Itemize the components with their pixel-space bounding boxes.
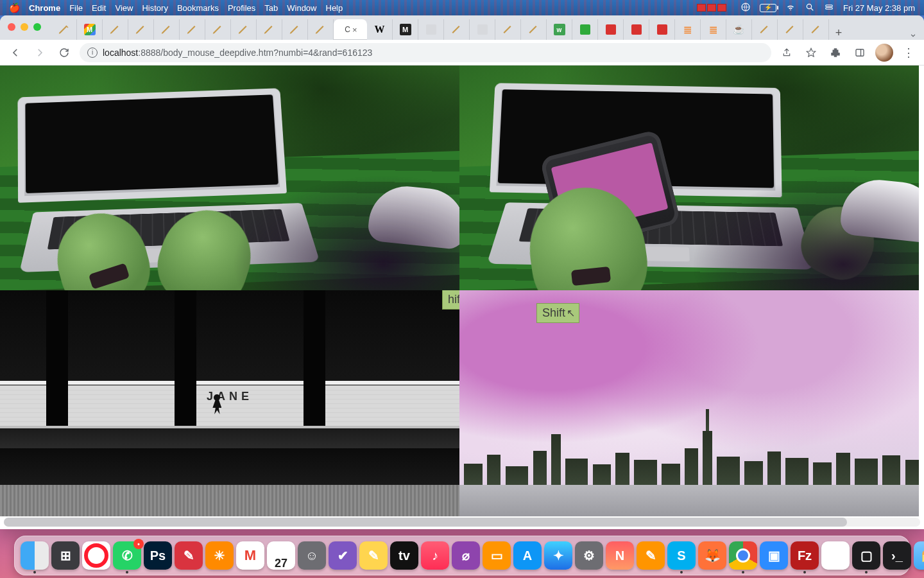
tab-7[interactable] [205,19,231,40]
tab-5[interactable] [154,19,180,40]
tab-3[interactable] [103,19,128,40]
menu-tab[interactable]: Tab [264,3,278,13]
nav-reload-button[interactable] [55,44,73,62]
bookmark-button[interactable] [802,44,820,62]
profile-avatar[interactable] [875,44,893,62]
tab-29[interactable] [803,19,829,40]
tab-1[interactable] [51,19,77,40]
menu-view[interactable]: View [115,3,133,13]
nav-forward-button[interactable] [31,44,49,62]
dock-brackets[interactable]: [ ] [821,541,850,570]
address-bar[interactable]: i localhost:8888/body_mouse_deepdive.htm… [80,43,771,62]
dock-filezilla[interactable]: Fz [791,541,819,570]
tab-17[interactable] [495,19,521,40]
dock-tv[interactable]: tv [390,541,418,570]
sidepanel-button[interactable] [851,44,869,62]
tab-blank-1[interactable] [418,19,444,40]
tab-27[interactable] [752,19,778,40]
menu-edit[interactable]: Edit [92,3,106,13]
dock-chrome[interactable] [729,541,757,570]
overlay-label-2[interactable]: Shift↖ [536,303,579,323]
site-info-icon[interactable]: i [87,48,98,58]
dock-pages[interactable]: ✎ [637,541,665,570]
dock-calendar[interactable]: MAY 27 [267,541,295,570]
menu-window[interactable]: Window [287,3,316,13]
tab-6[interactable] [180,19,205,40]
dock-contacts[interactable]: ☺ [298,541,326,570]
tab-4[interactable] [128,19,154,40]
dock-folder[interactable]: 📁 [914,541,924,570]
dock-finder[interactable] [21,541,49,570]
dock-terminal-2[interactable]: ›_ [883,541,911,570]
image-cell-2[interactable] [459,66,919,290]
menubar-clock[interactable]: Fri 27 May 2:38 pm [843,3,915,13]
window-minimize-button[interactable] [21,23,28,31]
tab-wikipedia[interactable]: W [367,19,393,40]
tab-m[interactable]: M [393,19,418,40]
tab-green[interactable] [572,19,598,40]
image-cell-4[interactable]: Shift↖ [459,290,919,516]
dock-mail[interactable] [236,541,264,570]
apple-menu-icon[interactable]: 🍎 [9,3,20,13]
scrollbar-thumb[interactable] [4,518,847,527]
dock-zoom[interactable]: ▣ [760,541,788,570]
dock-skype[interactable]: S [667,541,696,570]
tab-9[interactable] [257,19,282,40]
dock-music[interactable]: ♪ [421,541,449,570]
tab-overflow-button[interactable] [902,31,924,40]
image-cell-3[interactable]: JANE hift↖ [0,290,459,516]
image-cell-1[interactable] [0,66,459,290]
menu-history[interactable]: History [142,3,167,13]
tab-red-3[interactable] [649,19,675,40]
dock-photoshop[interactable]: Ps [144,541,172,570]
tab-18[interactable] [521,19,547,40]
tab-11[interactable] [308,19,334,40]
tab-10[interactable] [282,19,308,40]
tab-15[interactable] [444,19,470,40]
control-center-icon[interactable] [824,2,834,14]
menu-help[interactable]: Help [326,3,343,13]
dock-safari[interactable]: ✦ [544,541,572,570]
dock-books[interactable]: ▭ [483,541,511,570]
window-close-button[interactable] [8,23,15,31]
tab-red-2[interactable] [624,19,649,40]
tab-stackoverflow-2[interactable]: ≣ [701,19,726,40]
overlay-label-1[interactable]: hift↖ [442,290,459,310]
tab-stackoverflow-1[interactable]: ≣ [675,19,701,40]
nav-back-button[interactable] [6,44,24,62]
chrome-menu-button[interactable]: ⋮ [900,44,918,62]
extensions-button[interactable] [826,44,844,62]
language-icon[interactable] [740,2,751,14]
menu-file[interactable]: File [69,3,83,13]
dock-notes[interactable]: ✎ [359,541,388,570]
dock-appstore[interactable]: A [513,541,542,570]
tab-28[interactable] [778,19,803,40]
tab-gmail[interactable] [77,19,103,40]
spotlight-icon[interactable] [805,2,815,14]
dock-whatsapp[interactable]: ✆• [113,541,141,570]
window-zoom-button[interactable] [33,23,41,31]
tab-red-1[interactable] [598,19,624,40]
wifi-icon[interactable] [785,2,796,14]
app-name[interactable]: Chrome [29,3,60,13]
dock-opera[interactable] [82,541,110,570]
tab-java[interactable]: ☕ [726,19,752,40]
close-tab-icon[interactable]: × [352,25,357,35]
tab-wf[interactable]: w [547,19,572,40]
tab-blank-2[interactable] [470,19,495,40]
dock-news[interactable]: N [606,541,634,570]
tab-active[interactable]: C × [334,19,367,40]
battery-icon[interactable]: ⚡ [760,4,776,12]
new-tab-button[interactable]: + [829,26,848,40]
dock-firefox[interactable]: 🦊 [698,541,726,570]
dock-app-orange[interactable]: ☀ [205,541,234,570]
horizontal-scrollbar[interactable] [4,518,920,527]
dock-launchpad[interactable]: ⊞ [51,541,80,570]
dock-app-red[interactable]: ✎ [175,541,203,570]
dock-podcasts[interactable]: ⌀ [452,541,480,570]
dock-systempref[interactable]: ⚙ [575,541,603,570]
tab-8[interactable] [231,19,257,40]
dock-terminal[interactable]: ▢ [852,541,880,570]
share-button[interactable] [778,44,796,62]
menu-bookmarks[interactable]: Bookmarks [177,3,219,13]
